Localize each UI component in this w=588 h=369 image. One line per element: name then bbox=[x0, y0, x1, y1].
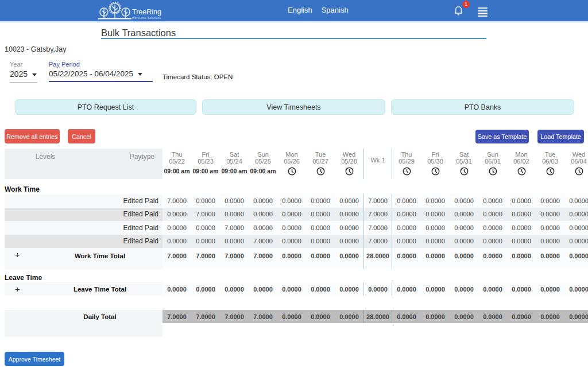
svg-text:Workforce Solutions: Workforce Solutions bbox=[132, 17, 161, 20]
svg-text:TreeRing: TreeRing bbox=[132, 8, 161, 16]
